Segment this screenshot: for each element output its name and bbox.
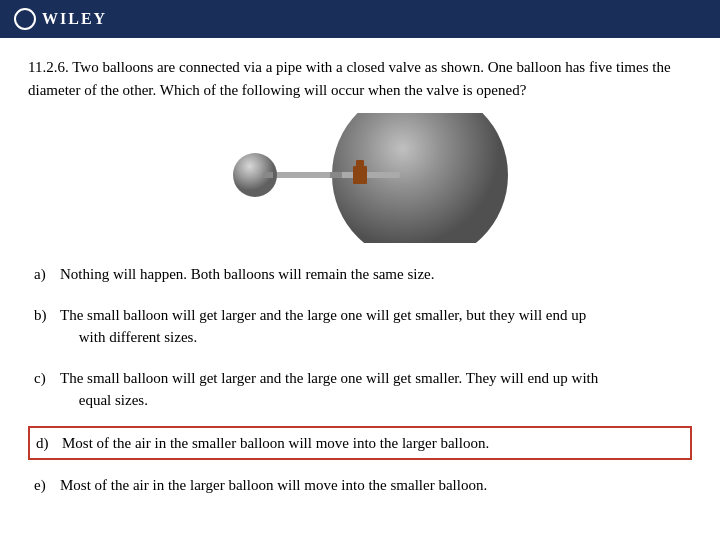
choice-b-text: The small balloon will get larger and th… (60, 304, 686, 349)
svg-rect-3 (353, 166, 367, 184)
choice-a: a) Nothing will happen. Both balloons wi… (28, 259, 692, 290)
header: WILEY (0, 0, 720, 38)
answer-choices: a) Nothing will happen. Both balloons wi… (28, 259, 692, 501)
choice-e: e) Most of the air in the larger balloon… (28, 470, 692, 501)
choice-a-letter: a) (34, 263, 56, 286)
choice-e-letter: e) (34, 474, 56, 497)
choice-d-text: Most of the air in the smaller balloon w… (62, 432, 684, 455)
svg-rect-4 (356, 160, 364, 168)
svg-rect-7 (330, 172, 342, 178)
choice-d-letter: d) (36, 432, 58, 455)
wiley-logo: WILEY (14, 8, 107, 30)
choice-c-letter: c) (34, 367, 56, 412)
choice-d: d) Most of the air in the smaller balloo… (28, 426, 692, 461)
choice-b-letter: b) (34, 304, 56, 349)
page-content: 11.2.6. Two balloons are connected via a… (0, 38, 720, 529)
choice-c-text: The small balloon will get larger and th… (60, 367, 686, 412)
choice-c: c) The small balloon will get larger and… (28, 363, 692, 416)
svg-point-0 (15, 9, 35, 29)
question-text: 11.2.6. Two balloons are connected via a… (28, 56, 692, 101)
logo-text: WILEY (42, 10, 107, 28)
logo-circle-icon (14, 8, 36, 30)
svg-rect-6 (263, 172, 273, 178)
question-body: Two balloons are connected via a pipe wi… (28, 59, 671, 98)
balloon-diagram (200, 113, 520, 243)
question-number: 11.2.6. (28, 59, 69, 75)
choice-e-text: Most of the air in the larger balloon wi… (60, 474, 686, 497)
choice-b: b) The small balloon will get larger and… (28, 300, 692, 353)
choice-a-text: Nothing will happen. Both balloons will … (60, 263, 686, 286)
balloon-illustration (28, 113, 692, 243)
